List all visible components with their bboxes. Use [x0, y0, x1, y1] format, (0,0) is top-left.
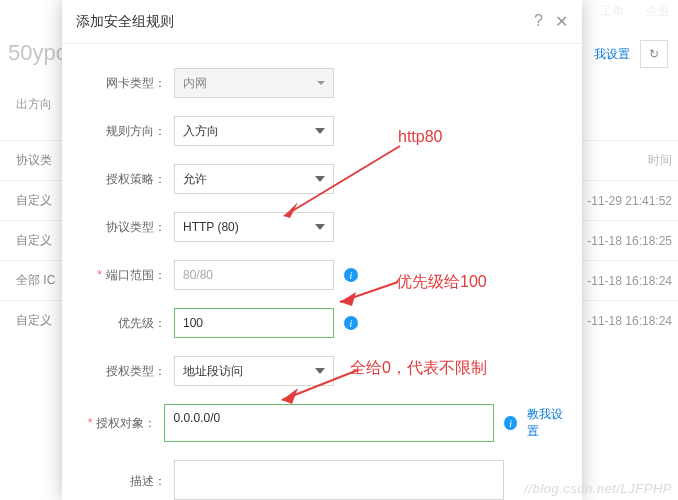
add-rule-dialog: 添加安全组规则 ? ✕ 网卡类型： 内网 规则方向： 入方向 授权策略： 允许 … — [62, 0, 582, 500]
teach-link[interactable]: 教我设置 — [527, 406, 570, 440]
menu-ent[interactable]: 企业 — [646, 3, 670, 20]
direction-select[interactable]: 入方向 — [174, 116, 334, 146]
desc-textarea[interactable] — [174, 460, 504, 500]
menu-ticket[interactable]: 工单 — [600, 3, 624, 20]
authtype-select[interactable]: 地址段访问 — [174, 356, 334, 386]
label-direction: 规则方向： — [74, 123, 174, 140]
tab-outbound[interactable]: 出方向 — [16, 96, 52, 113]
priority-input[interactable] — [174, 308, 334, 338]
protocol-select[interactable]: HTTP (80) — [174, 212, 334, 242]
info-icon[interactable]: i — [344, 268, 358, 282]
help-icon[interactable]: ? — [534, 12, 543, 31]
nic-select[interactable]: 内网 — [174, 68, 334, 98]
watermark: //blog.csdn.net/LJFPHP — [524, 481, 672, 496]
refresh-button[interactable]: ↻ — [640, 40, 668, 68]
info-icon[interactable]: i — [504, 416, 517, 430]
port-input[interactable] — [174, 260, 334, 290]
policy-select[interactable]: 允许 — [174, 164, 334, 194]
info-icon[interactable]: i — [344, 316, 358, 330]
dialog-title: 添加安全组规则 — [76, 13, 174, 31]
label-nic: 网卡类型： — [74, 75, 174, 92]
label-protocol: 协议类型： — [74, 219, 174, 236]
label-port: 端口范围： — [74, 267, 174, 284]
label-policy: 授权策略： — [74, 171, 174, 188]
close-icon[interactable]: ✕ — [555, 12, 568, 31]
label-desc: 描述： — [74, 473, 174, 490]
label-priority: 优先级： — [74, 315, 174, 332]
label-authtype: 授权类型： — [74, 363, 174, 380]
settings-link[interactable]: 我设置 — [594, 46, 630, 63]
authobj-input[interactable]: 0.0.0.0/0 — [164, 404, 494, 442]
label-authobj: 授权对象： — [74, 415, 164, 432]
dialog-header: 添加安全组规则 ? ✕ — [62, 0, 582, 44]
dialog-body: 网卡类型： 内网 规则方向： 入方向 授权策略： 允许 协议类型： HTTP (… — [62, 44, 582, 500]
page-id: 50ypc — [8, 40, 67, 66]
